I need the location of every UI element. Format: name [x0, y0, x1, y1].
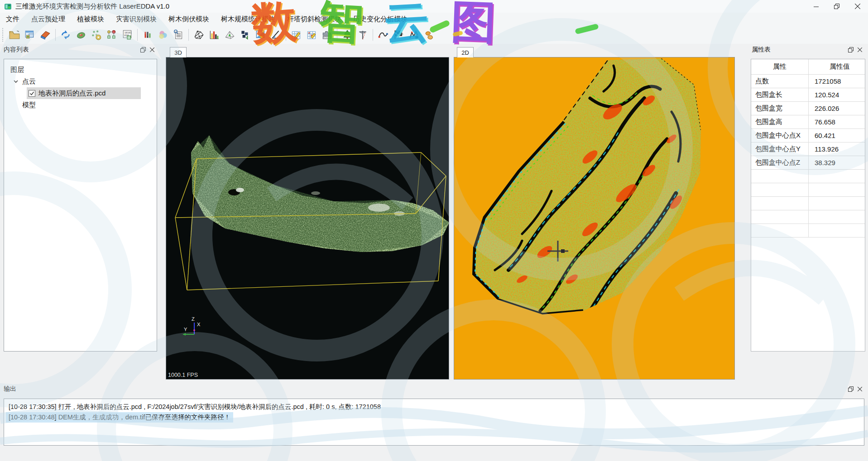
open-folder-icon	[9, 29, 20, 41]
prop-label[interactable]: 包围盒高	[751, 115, 809, 129]
tree-group-label: 点云	[22, 77, 36, 86]
layer-visibility-checkbox[interactable]	[29, 90, 35, 97]
ruler-icon	[321, 29, 333, 41]
prop-value[interactable]: 76.658	[809, 115, 865, 129]
grid-edit-button[interactable]	[288, 28, 304, 42]
output-log[interactable]: [10-28 17:30:35] 打开 , 地表补洞后的点云.pcd , F:/…	[4, 399, 864, 446]
close-panel-button[interactable]	[855, 385, 864, 393]
prop-value[interactable]: 60.421	[809, 129, 865, 143]
menu-pointcloud-preprocess[interactable]: 点云预处理	[25, 13, 71, 25]
tree-detect-button[interactable]	[340, 28, 355, 42]
prop-empty-row[interactable]	[751, 210, 809, 224]
viewport-2d-dem	[454, 57, 735, 380]
prop-empty-row[interactable]	[809, 197, 865, 210]
restore-button[interactable]	[826, 0, 847, 13]
grid-edit-red-button[interactable]	[304, 28, 319, 42]
prop-empty-row[interactable]	[751, 183, 809, 197]
report-view-button[interactable]	[171, 28, 186, 42]
menu-tree-fall-module[interactable]: 树木倒伏模块	[163, 13, 215, 25]
tree-item-pointcloud-file[interactable]: 地表补洞后的点云.pcd	[27, 87, 141, 99]
prop-label[interactable]: 包围盒中心点Y	[751, 143, 809, 156]
minimize-button[interactable]	[806, 0, 826, 13]
prop-empty-row[interactable]	[809, 170, 865, 183]
close-panel-button[interactable]	[855, 46, 864, 54]
column-header-attribute: 属性	[751, 59, 809, 75]
node-graph-icon	[106, 29, 118, 41]
histogram-button[interactable]	[206, 28, 222, 42]
binary-file-button[interactable]: 10101010	[120, 28, 135, 42]
content-list-panel: 内容列表 图层 点云	[0, 44, 160, 383]
ruler-measure-button[interactable]	[319, 28, 335, 42]
float-icon	[140, 47, 146, 52]
tree-root-layers[interactable]: 图层	[10, 64, 157, 76]
add-window-button[interactable]	[22, 28, 38, 42]
tab-2d[interactable]: 2D	[457, 47, 474, 57]
content-list-header: 内容列表	[0, 44, 160, 56]
menu-file[interactable]: 文件	[0, 13, 25, 25]
profile-graph-button[interactable]	[406, 28, 422, 42]
prop-label[interactable]: 包围盒中心点X	[751, 129, 809, 143]
toolbar-separator	[337, 29, 337, 41]
toolbar-drag-handle[interactable]	[2, 28, 5, 42]
wireframe-mesh-icon	[193, 29, 205, 41]
prop-label[interactable]: 包围盒长	[751, 88, 809, 102]
prop-empty-row[interactable]	[751, 224, 809, 238]
prop-value[interactable]: 113.926	[809, 143, 865, 156]
rgb-circles-button[interactable]	[155, 28, 171, 42]
grid-pencil-points-icon	[306, 29, 317, 41]
menu-vegetation-module[interactable]: 植被模块	[71, 13, 110, 25]
content-list-title: 内容列表	[4, 46, 29, 54]
tin-mesh-button[interactable]	[191, 28, 206, 42]
toolbar-separator	[286, 29, 286, 41]
prop-value[interactable]: 1721058	[809, 75, 865, 88]
pole-tilt-button[interactable]	[355, 28, 370, 42]
tree-group-pointcloud[interactable]: 点云	[10, 76, 157, 87]
prop-label[interactable]: 包围盒宽	[751, 102, 809, 115]
binary-code-icon: 10101010	[121, 29, 133, 41]
prop-empty-row[interactable]	[751, 170, 809, 183]
prop-empty-row[interactable]	[751, 197, 809, 210]
grid-pencil-icon	[290, 29, 302, 41]
node-connect-button[interactable]	[104, 28, 120, 42]
curve-fit-button[interactable]	[375, 28, 391, 42]
voxel-extract-button[interactable]	[237, 28, 253, 42]
prop-value[interactable]: 120.524	[809, 88, 865, 102]
close-button[interactable]	[847, 0, 868, 13]
menu-tower-tilt-detection-module[interactable]: 杆塔切斜检测模块	[281, 13, 347, 25]
viewport-2d[interactable]	[454, 57, 735, 380]
float-panel-button[interactable]	[846, 46, 855, 54]
merge-cloud-button[interactable]	[422, 28, 437, 42]
point-filter-button[interactable]	[89, 28, 104, 42]
tree-group-model[interactable]: 模型	[10, 99, 157, 111]
float-panel-button[interactable]	[846, 385, 855, 393]
window-title: 三维激光环境灾害检测与分析软件 LaserEDDA v1.0	[15, 2, 169, 11]
log-line-selected[interactable]: [10-28 17:30:48] DEM生成，生成成功，dem.tif已保存至选…	[6, 412, 233, 423]
chevron-down-icon[interactable]	[12, 78, 19, 85]
menu-disaster-recognition-module[interactable]: 灾害识别模块	[110, 13, 163, 25]
menu-history-change-analysis-module[interactable]: 历史变化分析模块	[347, 13, 413, 25]
rotate-view-button[interactable]	[58, 28, 73, 42]
prop-label[interactable]: 点数	[751, 75, 809, 88]
menu-tree-scale-statistics-module[interactable]: 树木规模统计模块	[215, 13, 281, 25]
slope-measure-button[interactable]	[268, 28, 283, 42]
prop-empty-row[interactable]	[809, 210, 865, 224]
stat-bars-button[interactable]	[140, 28, 155, 42]
tab-3d[interactable]: 3D	[170, 47, 187, 57]
pyramid-mesh-button[interactable]	[222, 28, 237, 42]
viewport-3d[interactable]: Z X Y 1000.1 FPS	[166, 57, 449, 380]
check-icon	[29, 91, 34, 96]
image-edit-button[interactable]	[253, 28, 268, 42]
prop-empty-row[interactable]	[809, 224, 865, 238]
log-line[interactable]: [10-28 17:30:35] 打开 , 地表补洞后的点云.pcd , F:/…	[6, 402, 384, 412]
prop-value[interactable]: 38.329	[809, 156, 865, 170]
three-circles-icon	[157, 29, 169, 41]
finish-flag-button[interactable]	[391, 28, 406, 42]
ellipse-classify-button[interactable]	[73, 28, 89, 42]
open-file-button[interactable]	[7, 28, 22, 42]
close-panel-button[interactable]	[148, 46, 157, 54]
prop-label[interactable]: 包围盒中心点Z	[751, 156, 809, 170]
prop-empty-row[interactable]	[809, 183, 865, 197]
eraser-button[interactable]	[38, 28, 53, 42]
prop-value[interactable]: 226.026	[809, 102, 865, 115]
float-panel-button[interactable]	[139, 46, 148, 54]
